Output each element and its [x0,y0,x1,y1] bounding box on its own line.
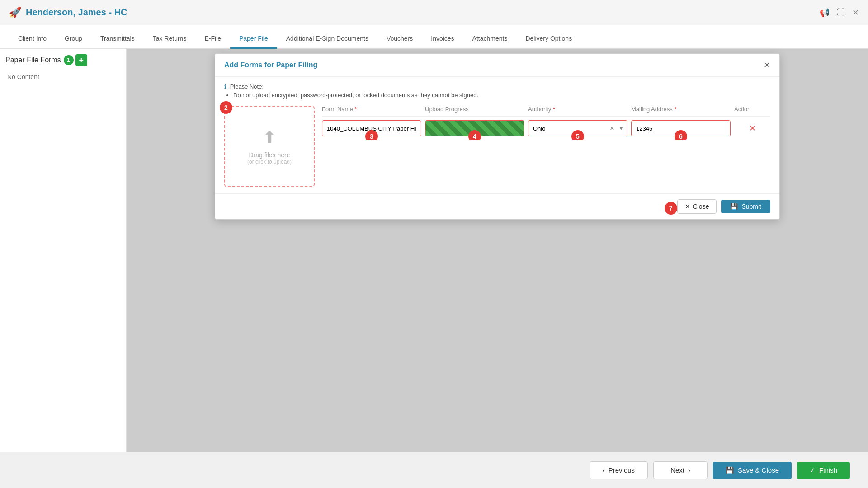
col-action: Action [734,106,770,113]
expand-icon[interactable]: ⛶ [837,8,845,18]
tab-transmittals[interactable]: Transmittals [91,29,144,49]
bottom-bar: ‹ Previous Next › 💾 Save & Close ✓ Finis… [0,452,868,488]
col-form-name-label: Form Name * [322,106,357,113]
tab-tax-returns[interactable]: Tax Returns [144,29,196,49]
rocket-icon: 🚀 [9,7,21,19]
col-authority: Authority * [528,106,627,113]
click-text: (or click to upload) [247,159,292,165]
step-3-badge: 3 [365,130,378,140]
modal-title: Add Forms for Paper Filing [224,61,317,69]
sidebar: Paper File Forms 1 + No Content [0,49,127,452]
submit-label: Submit [741,203,761,210]
delete-row-button[interactable]: ✕ [734,123,770,133]
modal-footer: 7 ✕ Close 💾 Submit [215,193,779,219]
note-bullet: Do not upload encrypted, password-protec… [233,92,770,99]
add-forms-modal: Add Forms for Paper Filing ✕ ℹ Please No… [215,53,780,220]
upload-icon: ⬆ [263,128,276,147]
next-label: Next [670,466,684,474]
col-action-label: Action [734,106,750,113]
note-label: Please Note: [230,83,264,90]
finish-check-icon: ✓ [810,466,816,474]
step-7-badge: 7 [665,202,677,215]
info-badge[interactable]: 1 [64,55,74,65]
step-2-badge: 2 [220,101,232,114]
step-6-badge: 6 [675,130,687,140]
megaphone-icon[interactable]: 📢 [820,8,830,18]
tab-attachments[interactable]: Attachments [463,29,517,49]
client-name: Henderson, James - HC [26,7,127,18]
main-area: Paper File Forms 1 + No Content Add Form… [0,49,868,452]
nav-tabs: Client Info Group Transmittals Tax Retur… [0,25,868,49]
app-title: 🚀 Henderson, James - HC [9,7,127,19]
col-upload-progress: Upload Progress [425,106,524,113]
close-label: Close [693,203,709,210]
col-authority-label: Authority * [528,106,555,113]
info-icon: ℹ [224,83,226,90]
save-close-icon: 💾 [726,466,734,474]
sidebar-header: Paper File Forms 1 + [5,54,121,66]
no-content-label: No Content [5,70,121,84]
next-button[interactable]: Next › [653,461,708,479]
tab-invoices[interactable]: Invoices [422,29,463,49]
app-header: 🚀 Henderson, James - HC 📢 ⛶ ✕ [0,0,868,25]
tab-vouchers[interactable]: Vouchers [377,29,422,49]
previous-label: Previous [609,466,635,474]
modal-header: Add Forms for Paper Filing ✕ [215,54,779,77]
drop-zone[interactable]: ⬆ Drag files here (or click to upload) [224,106,315,187]
table-row: 3 4 5 [322,117,770,140]
submit-icon: 💾 [730,203,738,210]
finish-button[interactable]: ✓ Finish [797,462,850,479]
badge-number: 1 [67,57,70,63]
add-form-badge[interactable]: + [75,54,87,66]
modal-overlay: Add Forms for Paper Filing ✕ ℹ Please No… [127,49,868,452]
save-close-label: Save & Close [738,466,779,474]
prev-chevron-icon: ‹ [603,466,605,474]
close-modal-button[interactable]: ✕ Close [677,199,717,214]
step-5-badge: 5 [571,130,584,140]
drag-text: Drag files here [249,151,290,159]
header-icons: 📢 ⛶ ✕ [820,8,859,18]
modal-content-row: 2 ⬆ Drag files here (or click to upload) [224,106,770,187]
tab-additional-esign[interactable]: Additional E-Sign Documents [277,29,377,49]
tab-paper-file[interactable]: Paper File [230,29,277,49]
previous-button[interactable]: ‹ Previous [590,461,648,479]
col-upload-label: Upload Progress [425,106,469,113]
close-x-icon: ✕ [685,203,690,210]
close-window-icon[interactable]: ✕ [852,8,859,18]
form-table: Form Name * Upload Progress Authority * … [322,106,770,140]
submit-button[interactable]: 💾 Submit [721,200,770,213]
tab-client-info[interactable]: Client Info [9,29,56,49]
col-mailing-label: Mailing Address * [631,106,676,113]
content-area: Add Forms for Paper Filing ✕ ℹ Please No… [127,49,868,452]
tab-efile[interactable]: E-File [195,29,230,49]
modal-close-button[interactable]: ✕ [764,60,770,70]
modal-body: ℹ Please Note: Do not upload encrypted, … [215,77,779,193]
next-chevron-icon: › [688,466,690,474]
tab-delivery-options[interactable]: Delivery Options [516,29,581,49]
authority-clear-icon[interactable]: ✕ [609,125,615,132]
tab-group[interactable]: Group [56,29,91,49]
finish-label: Finish [819,466,837,474]
col-form-name: Form Name * [322,106,421,113]
col-mailing-address: Mailing Address * [631,106,731,113]
note-box: ℹ Please Note: Do not upload encrypted, … [224,83,770,99]
step-4-badge: 4 [468,130,481,140]
authority-chevron-icon: ▼ [618,125,624,131]
table-header: Form Name * Upload Progress Authority * … [322,106,770,117]
save-close-button[interactable]: 💾 Save & Close [713,462,792,479]
sidebar-title: Paper File Forms [5,56,61,64]
